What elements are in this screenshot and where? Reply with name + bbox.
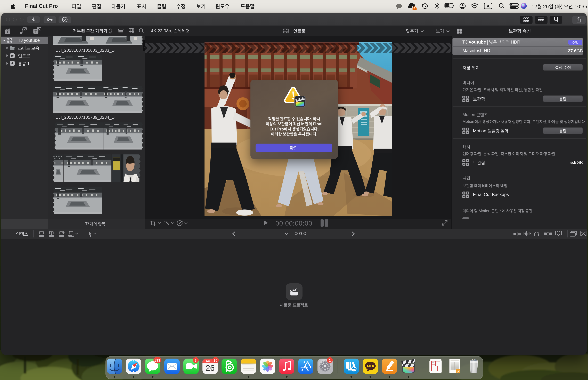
svg-text:T: T — [35, 29, 37, 34]
svg-text:A: A — [487, 4, 490, 8]
svg-text:TALK: TALK — [366, 364, 374, 368]
svg-text:26: 26 — [205, 363, 214, 373]
